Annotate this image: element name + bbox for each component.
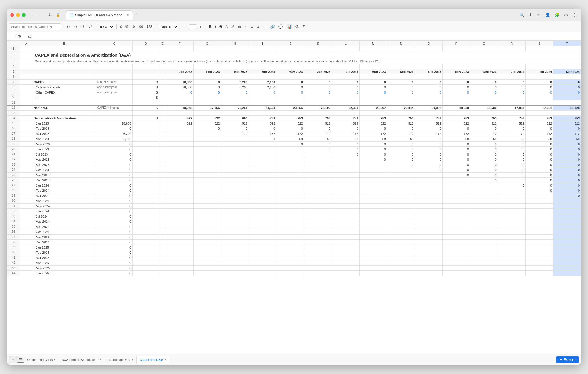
col-header-g[interactable]: G: [194, 41, 221, 46]
table-row: 6: [7, 74, 581, 80]
col-header-b[interactable]: B: [32, 41, 96, 46]
col-header-s[interactable]: S: [526, 41, 553, 46]
sum-button[interactable]: Σ: [301, 24, 306, 30]
decimal-increase-button[interactable]: .00: [137, 24, 144, 29]
back-button[interactable]: ←: [31, 12, 38, 18]
align-left-button[interactable]: ≡: [249, 24, 254, 30]
table-row: 23 Sep 2023 0 0 0 0 0 0 0 0: [7, 162, 581, 167]
font-size-decrease-button[interactable]: −: [183, 24, 188, 30]
corner-header: [7, 41, 20, 46]
link-button[interactable]: 🔗: [269, 24, 276, 30]
table-row: 22 Aug 2023 0 0 0 0 0 0 0 0 0: [7, 157, 581, 162]
cell-reference[interactable]: T76: [9, 34, 26, 39]
col-header-j[interactable]: J: [276, 41, 304, 46]
col-header-l[interactable]: L: [332, 41, 359, 46]
col-header-c[interactable]: C: [96, 41, 133, 46]
share-icon[interactable]: ⬆: [528, 12, 533, 18]
format-number-button[interactable]: 123: [145, 24, 153, 29]
bold-button[interactable]: B: [208, 24, 212, 29]
decimal-decrease-button[interactable]: .0: [131, 24, 136, 29]
formula-input[interactable]: [33, 34, 579, 38]
percent-button[interactable]: %: [124, 24, 130, 29]
maximize-button[interactable]: [22, 13, 26, 17]
col-header-h[interactable]: H: [221, 41, 249, 46]
text-color-button[interactable]: A: [224, 24, 229, 29]
filter-button[interactable]: ⚗: [294, 24, 300, 30]
forward-button[interactable]: →: [39, 12, 46, 18]
scroll-area[interactable]: A B C D E F G H I J K L M N O: [7, 41, 581, 354]
sheet-subtitle: Model investments (capital expenditures)…: [32, 59, 581, 64]
close-button[interactable]: [10, 13, 14, 17]
search-input[interactable]: [9, 23, 61, 30]
col-header-t[interactable]: T: [553, 41, 581, 46]
col-header-k[interactable]: K: [304, 41, 332, 46]
wrap-text-button[interactable]: ↩: [262, 24, 268, 30]
formula-bar: T76 fx: [7, 32, 581, 41]
col-header-q[interactable]: Q: [470, 41, 498, 46]
chart-button[interactable]: 📊: [286, 24, 293, 30]
paint-format-button[interactable]: 🖌: [87, 24, 93, 30]
col-header-r[interactable]: R: [498, 41, 525, 46]
col-header-m[interactable]: M: [359, 41, 387, 46]
explore-button[interactable]: ✦ Explore: [556, 356, 579, 363]
redo-button[interactable]: ↪: [73, 24, 78, 30]
sheet-tab-headcount[interactable]: Headcount Data ▾: [104, 356, 136, 364]
table-row: 14 Depreciation & Amortization $ 522 522…: [7, 116, 581, 121]
col-header-n[interactable]: N: [387, 41, 415, 46]
table-row: 15 Jan 2023 18,800 522 522 522 522 522 5…: [7, 121, 581, 126]
reload-button[interactable]: ↻: [47, 12, 53, 18]
zoom-select[interactable]: 90% 100% 75%: [98, 24, 114, 29]
merge-cells-button[interactable]: ⊡: [243, 24, 248, 29]
borders-button[interactable]: ⊞: [237, 24, 242, 29]
strikethrough-button[interactable]: S: [218, 24, 223, 29]
table-row: 28 Feb 2024 0 0 0: [7, 188, 581, 193]
col-header-d[interactable]: D: [133, 41, 159, 46]
sheet-tab-onboarding[interactable]: Onboarding Costs ▾: [24, 356, 59, 364]
align-vertical-button[interactable]: ⬍: [255, 24, 261, 30]
tab-close-button[interactable]: ✕: [127, 13, 129, 17]
col-header-a[interactable]: A: [20, 41, 32, 46]
font-size-input[interactable]: 10: [189, 24, 197, 29]
bookmark-icon[interactable]: ☆: [536, 12, 542, 18]
tab-dropdown-icon[interactable]: ▾: [54, 358, 55, 361]
col-header-p[interactable]: P: [442, 41, 470, 46]
extensions-icon[interactable]: 🧩: [554, 12, 561, 18]
da-label: Depreciation & Amortization: [32, 116, 96, 121]
col-header-f[interactable]: F: [166, 41, 193, 46]
zoom-icon[interactable]: 🔍: [518, 12, 525, 18]
col-header-e[interactable]: E: [159, 41, 166, 46]
currency-button[interactable]: £: [119, 24, 123, 29]
tab-dropdown-icon[interactable]: ▾: [132, 358, 133, 361]
sheet-menu-button[interactable]: ☰: [17, 357, 24, 363]
font-size-increase-button[interactable]: +: [198, 24, 203, 30]
period-header-row: 5 Jan 2023 Feb 2023 Mar 2023 Apr 2023 Ma…: [7, 69, 581, 74]
sheet-tab-da-lifetime[interactable]: D&A Lifetime Amortization ▾: [59, 356, 104, 364]
sheet-tab-capex-da[interactable]: Capex and D&A ▾: [136, 356, 169, 364]
font-select[interactable]: Roboto Arial: [158, 24, 178, 29]
print-button[interactable]: 🖨: [80, 24, 86, 30]
new-tab-button[interactable]: +: [135, 12, 138, 18]
col-header-i[interactable]: I: [249, 41, 276, 46]
tab-dropdown-icon[interactable]: ▾: [165, 358, 166, 361]
italic-button[interactable]: I: [214, 24, 217, 29]
column-header-row: A B C D E F G H I J K L M N O: [7, 41, 581, 46]
tab-dropdown-icon[interactable]: ▾: [100, 358, 101, 361]
undo-button[interactable]: ↩: [66, 24, 71, 30]
add-sheet-button[interactable]: +: [9, 356, 17, 363]
capex-label: CAPEX: [32, 80, 96, 85]
table-row: 43May 20250: [7, 266, 581, 271]
table-row: 44Jun 20250: [7, 271, 581, 276]
menu-icon[interactable]: ⋮: [571, 12, 578, 18]
table-row: 31May 20240: [7, 204, 581, 209]
table-row: 3 Model investments (capital expenditure…: [7, 59, 581, 64]
zoom-control: 90% 100% 75%: [98, 24, 114, 29]
table-row: 41Mar 20250: [7, 255, 581, 260]
active-tab[interactable]: ☷ Simple CAPEX and D&A Mode... ✕: [66, 10, 133, 20]
highlight-color-button[interactable]: 🖊: [230, 24, 236, 29]
sidebar-icon[interactable]: ▭: [563, 12, 569, 18]
comment-button[interactable]: 💬: [277, 24, 285, 30]
minimize-button[interactable]: [16, 13, 20, 17]
profile-icon[interactable]: 👤: [544, 12, 551, 18]
col-header-o[interactable]: O: [415, 41, 442, 46]
table-row: 1: [7, 46, 581, 51]
